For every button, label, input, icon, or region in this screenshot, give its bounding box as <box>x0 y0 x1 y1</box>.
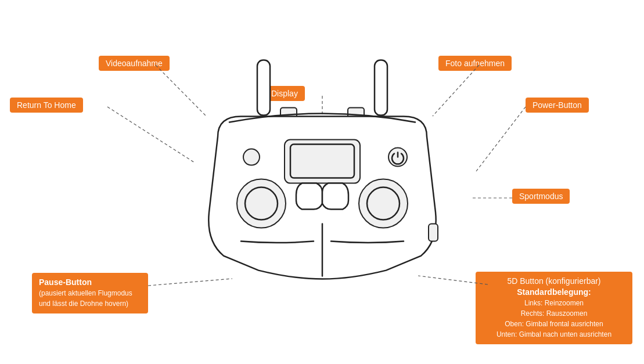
svg-point-16 <box>359 179 408 228</box>
fivd-button-title: 5D Button (konfigurierbar) <box>483 276 625 286</box>
svg-rect-8 <box>257 60 270 115</box>
svg-rect-12 <box>285 139 360 183</box>
svg-point-14 <box>237 179 286 228</box>
svg-rect-9 <box>375 60 387 115</box>
return-to-home-label: Return To Home <box>10 98 83 113</box>
pause-button-subtitle: (pausiert aktuellen Flugmodus und lässt … <box>39 288 141 309</box>
power-button-label: Power-Button <box>526 98 589 113</box>
pause-button-label: Pause-Button (pausiert aktuellen Flugmod… <box>32 273 148 313</box>
remote-controller: .rc { fill: none; stroke: #222; stroke-w… <box>171 55 473 299</box>
remote-svg: .rc { fill: none; stroke: #222; stroke-w… <box>171 55 473 299</box>
svg-point-18 <box>243 149 260 165</box>
fivd-standard-label: Standardbelegung: <box>483 287 625 297</box>
videoaufnahme-label: Videoaufnahme <box>99 56 170 71</box>
svg-rect-21 <box>429 224 438 241</box>
svg-line-4 <box>476 107 526 171</box>
fivd-button-label: 5D Button (konfigurierbar) Standardbeleg… <box>476 272 632 344</box>
pause-button-title: Pause-Button <box>39 277 141 287</box>
sportmodus-label: Sportmodus <box>512 189 570 204</box>
fivd-lines: Links: Reinzoomen Rechts: Rauszoomen Obe… <box>483 298 625 340</box>
